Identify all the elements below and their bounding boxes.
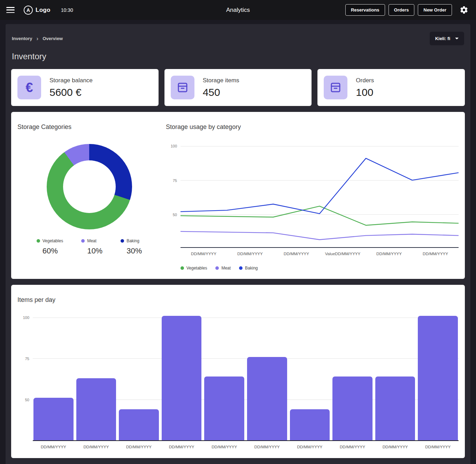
x-tick-label: DD/MM/YYYY [227, 252, 273, 256]
app-title: Analytics [226, 7, 250, 14]
stats-row: € Storage balance 5600 € Storage items 4… [11, 69, 465, 106]
breadcrumb: Inventory › Overview [12, 36, 63, 41]
legend-percent: 10% [87, 246, 102, 256]
vegetables-dot-icon [181, 266, 184, 270]
legend-label: Meat [221, 266, 231, 271]
chevron-right-icon: › [37, 36, 39, 41]
y-tick-label: 50 [25, 398, 29, 402]
reservations-button[interactable]: Reservations [345, 4, 385, 16]
menu-icon[interactable] [6, 7, 15, 13]
baking-dot-icon [121, 239, 124, 243]
topbar-actions: Reservations Orders New Order [345, 4, 470, 16]
line-plot-svg [181, 143, 459, 247]
bar [375, 376, 415, 440]
orders-button[interactable]: Orders [389, 4, 415, 16]
legend-label: Baking [245, 266, 258, 271]
x-tick-label: DD/MM/YYYY [366, 252, 412, 256]
stat-value: 100 [356, 86, 374, 98]
stat-label: Storage balance [49, 77, 93, 84]
x-tick-label: DD/MM/YYYY [162, 445, 202, 449]
line-plot [181, 143, 459, 248]
legend-item-vegetables: Vegetables 60% [37, 238, 63, 256]
line-chart-title: Storage usage by category [166, 123, 459, 131]
x-tick-label: DD/MM/YYYY [375, 445, 415, 449]
storage-box-icon [171, 76, 194, 99]
bar [119, 409, 159, 440]
y-tick-label: 100 [171, 144, 177, 148]
bar-chart: 1007550 DD/MM/YYYYDD/MM/YYYYDD/MM/YYYYDD… [17, 313, 459, 449]
meat-dot-icon [215, 266, 219, 270]
bar-y-axis: 1007550 [17, 313, 33, 441]
chevron-down-icon [455, 38, 459, 39]
storage-charts-card: Storage Categories Vegetables 60% Meat [11, 112, 465, 279]
legend-item-meat: Meat [215, 266, 231, 271]
legend-item-baking: Baking [239, 266, 258, 271]
bar-x-labels: DD/MM/YYYYDD/MM/YYYYDD/MM/YYYYDD/MM/YYYY… [33, 445, 459, 449]
x-tick-label: DD/MM/YYYY [418, 445, 458, 449]
bar [162, 316, 202, 440]
bar [332, 376, 373, 440]
topbar: A Logo 10:30 Analytics Reservations Orde… [0, 0, 476, 20]
breadcrumb-inventory[interactable]: Inventory [12, 36, 32, 41]
y-tick-label: 75 [25, 357, 29, 361]
x-tick-label: DD/MM/YYYY [119, 445, 159, 449]
bar-plot [33, 313, 459, 441]
storage-usage-section: Storage usage by category 1007550 DD/MM/… [166, 118, 459, 273]
line-x-labels: DD/MM/YYYYDD/MM/YYYYDD/MM/YYYYValueDD/MM… [181, 252, 459, 256]
baking-dot-icon [239, 266, 243, 270]
x-tick-label: DD/MM/YYYY [33, 445, 74, 449]
legend-label: Vegetables [186, 266, 207, 271]
x-tick-label: DD/MM/YYYY [273, 252, 320, 256]
legend-item-meat: Meat 10% [81, 238, 102, 256]
storage-categories-section: Storage Categories Vegetables 60% Meat [17, 118, 161, 273]
legend-percent: 60% [43, 246, 63, 256]
x-tick-label: ValueDD/MM/YYYY [320, 252, 366, 256]
bars [33, 313, 459, 440]
logo-circle-icon: A [24, 6, 33, 15]
meat-dot-icon [81, 239, 85, 243]
line-y-axis: 1007550 [166, 143, 181, 248]
items-per-day-card: Items per day 1007550 DD/MM/YYYYDD/MM/YY… [11, 285, 465, 458]
main-content: Inventory › Overview Kieli: fi Inventory… [6, 24, 470, 464]
bar-chart-title: Items per day [17, 296, 459, 304]
page-title: Inventory [11, 52, 465, 61]
storage-items-card: Storage items 450 [164, 69, 312, 106]
x-tick-label: DD/MM/YYYY [247, 445, 287, 449]
settings-gear-icon[interactable] [458, 4, 470, 16]
x-tick-label: DD/MM/YYYY [332, 445, 373, 449]
language-selector-label: Kieli: fi [435, 36, 450, 41]
app-logo[interactable]: A Logo [24, 6, 51, 15]
legend-percent: 30% [126, 246, 142, 256]
bar [33, 398, 74, 440]
y-tick-label: 50 [173, 213, 177, 217]
donut-chart [47, 144, 132, 229]
legend-item-vegetables: Vegetables [181, 266, 207, 271]
legend-label: Meat [87, 238, 97, 243]
logo-text: Logo [36, 7, 51, 14]
x-tick-label: DD/MM/YYYY [76, 445, 116, 449]
vegetables-dot-icon [37, 239, 40, 243]
x-tick-label: DD/MM/YYYY [204, 445, 244, 449]
donut-legend: Vegetables 60% Meat 10% [17, 238, 161, 256]
clock-text: 10:30 [61, 7, 73, 13]
bar [204, 376, 244, 440]
y-tick-label: 75 [173, 178, 177, 183]
storage-balance-card: € Storage balance 5600 € [11, 69, 159, 106]
legend-label: Baking [126, 238, 139, 243]
donut-chart-title: Storage Categories [17, 123, 161, 131]
language-selector[interactable]: Kieli: fi [430, 32, 464, 45]
new-order-button[interactable]: New Order [418, 4, 452, 16]
euro-icon: € [17, 76, 41, 99]
x-tick-label: DD/MM/YYYY [290, 445, 330, 449]
stat-value: 450 [203, 86, 239, 98]
bar [76, 378, 116, 440]
stat-value: 5600 € [49, 86, 93, 98]
legend-label: Vegetables [43, 238, 63, 243]
x-tick-label: DD/MM/YYYY [181, 252, 227, 256]
line-chart: 1007550 DD/MM/YYYYDD/MM/YYYYDD/MM/YYYYVa… [166, 143, 459, 271]
orders-card: Orders 100 [317, 69, 465, 106]
line-legend: Vegetables Meat Baking [181, 266, 459, 271]
breadcrumb-overview[interactable]: Overview [43, 36, 63, 41]
legend-item-baking: Baking 30% [121, 238, 142, 256]
stat-label: Storage items [203, 77, 239, 84]
